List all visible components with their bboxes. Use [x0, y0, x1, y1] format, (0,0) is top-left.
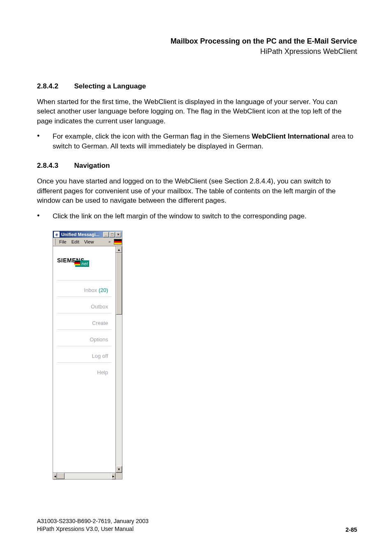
page-header-subtitle: HiPath Xpressions WebClient [37, 47, 357, 56]
nav-inbox-count: (20) [99, 287, 108, 293]
section-heading-1: 2.8.4.2 Selecting a Language [37, 82, 357, 90]
embedded-window: e Unified Messagi... _ □ × File Edit Vie… [53, 231, 122, 480]
german-flag-icon[interactable] [114, 239, 122, 245]
scroll-thumb[interactable] [116, 253, 122, 315]
close-button[interactable]: × [115, 232, 121, 237]
nav-outbox[interactable]: Outbox [57, 297, 111, 313]
maximize-button[interactable]: □ [109, 232, 115, 237]
scroll-right-button[interactable]: ► [111, 473, 115, 480]
minimize-button[interactable]: _ [103, 232, 109, 237]
section-number: 2.8.4.3 [37, 162, 72, 170]
section1-bullet: For example, click the icon with the Ger… [37, 132, 357, 151]
footer-docid: A31003-S2330-B690-2-7619, January 2003 [37, 517, 149, 525]
scroll-corner [115, 473, 122, 479]
section1-paragraph: When started for the first time, the Web… [37, 97, 357, 126]
section-title: Navigation [74, 162, 110, 169]
bullet-text-bold: WebClient International [252, 132, 330, 140]
nav-create[interactable]: Create [57, 313, 111, 329]
scroll-track[interactable] [116, 253, 122, 466]
section2-bullet: Click the link on the left margin of the… [37, 211, 357, 221]
nav-logoff[interactable]: Log off [57, 346, 111, 362]
menu-overflow-icon[interactable]: » [107, 240, 112, 244]
scroll-track-h[interactable] [57, 473, 111, 479]
scroll-up-button[interactable]: ▲ [116, 246, 122, 253]
bullet-text-pre: For example, click the icon with the Ger… [53, 132, 252, 140]
menu-file[interactable]: File [57, 239, 69, 244]
scroll-thumb-h[interactable] [57, 473, 65, 479]
menu-view[interactable]: View [82, 239, 97, 244]
nav-inbox-label: Inbox [84, 287, 98, 293]
menu-bar: File Edit View » [53, 238, 122, 246]
content-area: SIEMENS net Inbox (20) Outbox Create Opt… [53, 246, 115, 473]
siemens-logo: SIEMENS net [57, 257, 111, 264]
page-header-title: Mailbox Processing on the PC and the E-M… [37, 37, 357, 46]
page-number: 2-85 [346, 526, 357, 533]
app-icon: e [54, 232, 60, 237]
page-footer: A31003-S2330-B690-2-7619, January 2003 H… [37, 517, 357, 533]
section-title: Selecting a Language [74, 82, 146, 90]
section-heading-2: 2.8.4.3 Navigation [37, 162, 357, 170]
nav-help[interactable]: Help [57, 362, 111, 379]
toolbar-grip[interactable] [54, 239, 55, 245]
scroll-down-button[interactable]: ▼ [116, 466, 122, 473]
nav-options[interactable]: Options [57, 329, 111, 346]
window-title: Unified Messagi... [61, 232, 101, 237]
scroll-left-button[interactable]: ◄ [53, 473, 57, 480]
menu-edit[interactable]: Edit [69, 239, 82, 244]
footer-manual: HiPath Xpressions V3.0, User Manual [37, 525, 149, 533]
logo-net-badge: net [75, 260, 89, 267]
section2-paragraph: Once you have started and logged on to t… [37, 176, 357, 205]
vertical-scrollbar[interactable]: ▲ ▼ [115, 246, 122, 473]
window-titlebar[interactable]: e Unified Messagi... _ □ × [53, 231, 122, 238]
horizontal-scrollbar[interactable]: ◄ ► [53, 473, 122, 479]
section-number: 2.8.4.2 [37, 82, 72, 90]
nav-inbox[interactable]: Inbox (20) [57, 280, 111, 297]
